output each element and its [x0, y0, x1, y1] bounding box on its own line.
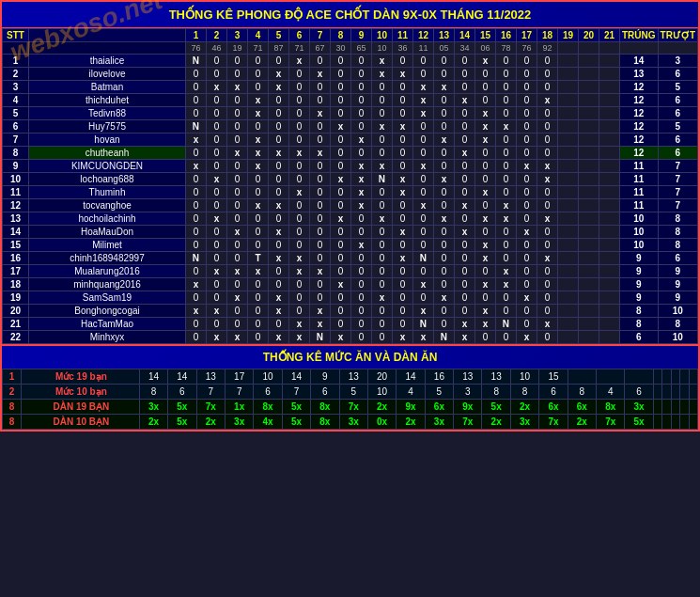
row-val: 0	[350, 318, 371, 331]
col-15: 15	[474, 29, 495, 42]
row-val: 0	[226, 68, 247, 81]
row-val: 0	[350, 226, 371, 239]
row-val	[599, 68, 619, 81]
row-val: 0	[474, 68, 495, 81]
row-val: 0	[495, 331, 516, 344]
row-val	[599, 199, 619, 212]
row-val: 0	[309, 239, 330, 252]
row-val	[557, 278, 578, 291]
table-row: 6Huy7575N000000x0xx000xx00125	[3, 120, 698, 134]
row-val	[578, 331, 599, 344]
row-truot: 6	[658, 94, 697, 107]
row-val	[578, 120, 599, 134]
row-val	[557, 212, 578, 226]
row-val: 0	[371, 318, 392, 331]
row-val: 0	[288, 212, 309, 226]
bottom-val: 7	[225, 385, 253, 400]
row-val: 0	[226, 55, 247, 68]
row-val: 0	[247, 68, 268, 81]
row-val: 0	[247, 81, 268, 94]
row-name: SamSam19	[29, 291, 186, 305]
row-stt: 6	[3, 120, 29, 134]
row-val	[578, 160, 599, 173]
row-val	[557, 252, 578, 265]
bottom-val: 7x	[339, 400, 367, 415]
col-1: 1	[185, 29, 206, 42]
row-val: x	[371, 212, 392, 226]
row-val	[578, 147, 599, 160]
row-name: Thuminh	[29, 186, 186, 199]
row-val: 0	[495, 226, 516, 239]
row-val: 0	[268, 173, 288, 186]
row-val: 0	[247, 55, 268, 68]
row-val: 0	[185, 199, 206, 212]
table-row: 2ilovelove0000x0x00xx0000000136	[3, 68, 698, 81]
row-val: 0	[433, 318, 454, 331]
row-val: 0	[330, 134, 350, 147]
row-val: 0	[206, 252, 226, 265]
row-val: x	[392, 186, 412, 199]
row-val: N	[433, 331, 454, 344]
row-val: 0	[330, 186, 350, 199]
row-val: 0	[185, 318, 206, 331]
row-val: 0	[350, 68, 371, 81]
bottom-val: 14	[168, 369, 196, 385]
row-val: 0	[206, 68, 226, 81]
row-val: 0	[185, 147, 206, 160]
bottom-val: 14	[397, 369, 425, 385]
row-val: 0	[247, 318, 268, 331]
row-val: 0	[185, 173, 206, 186]
row-val: 0	[247, 331, 268, 344]
row-val	[599, 265, 619, 278]
row-val: x	[474, 107, 495, 120]
row-val: 0	[309, 173, 330, 186]
row-val: 0	[474, 226, 495, 239]
bottom-val: 5x	[168, 415, 196, 430]
row-val: 0	[537, 134, 557, 147]
col-9: 9	[350, 29, 371, 42]
row-val: 0	[516, 68, 537, 81]
col-6: 6	[288, 29, 309, 42]
row-val: 0	[371, 265, 392, 278]
sub-15: 06	[474, 42, 495, 55]
row-val: 0	[412, 134, 433, 147]
row-val	[599, 55, 619, 68]
bottom-truong	[680, 415, 689, 430]
bottom-val: 3x	[225, 415, 253, 430]
row-val	[557, 55, 578, 68]
row-val: x	[392, 173, 412, 186]
row-val: x	[350, 134, 371, 147]
row-val: 0	[516, 305, 537, 318]
bottom-stt: 8	[3, 415, 22, 430]
row-val: x	[474, 318, 495, 331]
row-truot: 10	[658, 331, 697, 344]
bottom-val	[568, 369, 596, 385]
sub-21	[599, 42, 619, 55]
row-val: 0	[185, 81, 206, 94]
row-val: 0	[288, 120, 309, 134]
sub-stt	[3, 42, 29, 55]
row-val: 0	[330, 160, 350, 173]
row-val: x	[288, 252, 309, 265]
row-val	[578, 212, 599, 226]
bottom-val: 0x	[367, 415, 396, 430]
row-name: Bonghongcogai	[29, 305, 186, 318]
row-name: hochoilachinh	[29, 212, 186, 226]
row-stt: 20	[3, 305, 29, 318]
bottom-val: 3x	[425, 415, 453, 430]
bottom-val: 7x	[196, 400, 225, 415]
row-val: 0	[206, 147, 226, 160]
row-val	[578, 55, 599, 68]
row-val: 0	[247, 226, 268, 239]
row-truong: 11	[619, 186, 658, 199]
row-stt: 22	[3, 331, 29, 344]
bottom-val: 8	[139, 385, 167, 400]
row-val: 0	[392, 278, 412, 291]
row-val: 0	[412, 147, 433, 160]
col-truong: TRÚNG	[619, 29, 658, 42]
row-val: 0	[309, 81, 330, 94]
row-val	[599, 81, 619, 94]
bottom-label: DÀN 10 BẠN	[21, 415, 139, 430]
bottom-val: 6	[625, 385, 653, 400]
row-val: x	[392, 120, 412, 134]
